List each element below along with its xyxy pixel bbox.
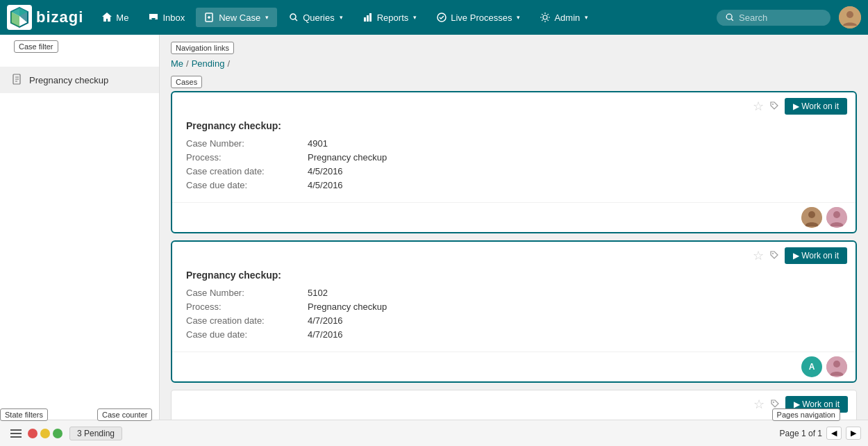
- svg-point-20: [833, 211, 840, 218]
- live-processes-caret: ▾: [517, 14, 520, 21]
- case-2-title: Pregnancy checkup:: [186, 270, 842, 281]
- case-1-body: Pregnancy checkup: Case Number: 4901 Pro…: [172, 117, 856, 202]
- case-filter-annotation: Case filter: [14, 40, 58, 53]
- nav-item-me[interactable]: Me: [93, 8, 137, 27]
- nav-item-queries[interactable]: Queries ▾: [280, 8, 351, 27]
- case-2-body: Pregnancy checkup: Case Number: 5102 Pro…: [172, 267, 856, 352]
- navigation-links-annotation: Navigation links: [171, 42, 234, 54]
- case-1-footer: [172, 202, 856, 232]
- svg-point-23: [833, 361, 840, 367]
- cases-container: ☆ ▶ Work on it Pregnancy checkup: Case N…: [171, 91, 857, 446]
- queries-icon: [288, 12, 299, 23]
- nav-item-reports[interactable]: Reports ▾: [354, 8, 426, 27]
- case-2-avatar-2[interactable]: [826, 356, 847, 377]
- case-1-work-on-it-button[interactable]: ▶ Work on it: [785, 98, 847, 115]
- queries-caret: ▾: [340, 14, 343, 21]
- case-2-number-row: Case Number: 5102: [186, 288, 842, 298]
- svg-point-6: [290, 14, 296, 19]
- svg-point-18: [808, 211, 815, 218]
- filter-green-button[interactable]: [53, 429, 62, 438]
- inbox-icon: [148, 12, 159, 23]
- reports-caret: ▾: [413, 14, 417, 21]
- case-1-star-icon[interactable]: ☆: [753, 99, 764, 114]
- svg-point-11: [543, 15, 547, 19]
- svg-rect-25: [10, 429, 22, 431]
- menu-icon-button[interactable]: [7, 424, 25, 443]
- filter-yellow-button[interactable]: [40, 429, 50, 438]
- case-card-2: ☆ ▶ Work on it Pregnancy checkup: Case N…: [171, 240, 857, 383]
- svg-point-12: [726, 14, 732, 19]
- case-1-avatar-1[interactable]: [801, 207, 822, 228]
- home-icon: [101, 12, 112, 23]
- case-1-process-row: Process: Pregnancy checkup: [186, 152, 842, 163]
- main-layout: Case filter Pregnancy checkup Navigation…: [0, 35, 868, 446]
- svg-rect-7: [364, 17, 366, 22]
- live-processes-icon: [436, 12, 447, 23]
- search-box[interactable]: [717, 10, 831, 26]
- case-counter[interactable]: 3 Pending: [69, 427, 122, 440]
- nav-item-live-processes[interactable]: Live Processes ▾: [428, 8, 528, 27]
- reports-icon: [362, 12, 374, 23]
- breadcrumb-me[interactable]: Me: [171, 58, 183, 69]
- new-case-caret: ▾: [265, 14, 269, 21]
- user-avatar-icon: [839, 6, 861, 28]
- case-1-number-row: Case Number: 4901: [186, 138, 842, 149]
- case-counter-annotation: Case counter: [97, 408, 152, 421]
- pages-navigation: Page 1 of 1 ◀ ▶: [780, 427, 861, 440]
- case-2-header: ☆ ▶ Work on it: [172, 242, 856, 267]
- svg-rect-26: [10, 433, 22, 434]
- page-info: Page 1 of 1: [780, 429, 822, 438]
- cases-annotation: Cases: [171, 76, 202, 88]
- admin-caret: ▾: [585, 14, 588, 21]
- file-icon: [11, 74, 24, 86]
- svg-rect-27: [10, 436, 22, 438]
- case-1-avatar-2[interactable]: [826, 207, 847, 228]
- case-1-tag-icon[interactable]: [769, 101, 779, 113]
- case-2-avatar-1[interactable]: A: [801, 356, 822, 377]
- next-page-button[interactable]: ▶: [846, 427, 861, 440]
- case-2-creation-row: Case creation date: 4/7/2016: [186, 315, 842, 326]
- logo[interactable]: bizagi: [7, 5, 83, 30]
- state-filters-annotation: State filters: [0, 408, 48, 421]
- search-input[interactable]: [739, 13, 822, 23]
- case-3-star-icon[interactable]: ☆: [753, 397, 765, 412]
- avatar-2-icon: [826, 207, 847, 228]
- avatar-3-icon: [826, 356, 847, 377]
- nav-item-admin[interactable]: Admin ▾: [531, 8, 596, 27]
- case-card-1: ☆ ▶ Work on it Pregnancy checkup: Case N…: [171, 91, 857, 233]
- case-1-creation-row: Case creation date: 4/5/2016: [186, 166, 842, 176]
- content-area: Navigation links Me / Pending / Cases ☆: [160, 35, 868, 446]
- case-2-work-on-it-button[interactable]: ▶ Work on it: [785, 247, 847, 264]
- state-filters: [7, 424, 62, 443]
- nav-item-new-case[interactable]: New Case ▾: [196, 8, 277, 27]
- case-2-tag-icon[interactable]: [769, 250, 779, 262]
- prev-page-button[interactable]: ◀: [826, 427, 842, 440]
- menu-icon: [10, 428, 22, 439]
- case-2-star-icon[interactable]: ☆: [753, 248, 764, 263]
- bottom-bar: State filters Case counter 3 Pending Pag…: [0, 420, 868, 446]
- case-2-process-row: Process: Pregnancy checkup: [186, 302, 842, 312]
- svg-point-14: [846, 11, 853, 18]
- svg-rect-8: [367, 15, 369, 22]
- logo-text: bizagi: [36, 8, 83, 26]
- case-2-footer: A: [172, 352, 856, 381]
- svg-point-21: [772, 253, 774, 254]
- svg-point-24: [773, 402, 774, 403]
- case-3-header: ☆ ▶ Work on it: [172, 390, 856, 415]
- nav-item-inbox[interactable]: Inbox: [140, 8, 193, 27]
- pages-navigation-annotation: Pages navigation: [772, 408, 840, 421]
- top-navigation: bizagi Me Inbox New Case ▾ Queries ▾ Rep…: [0, 0, 868, 35]
- svg-rect-9: [369, 13, 372, 22]
- breadcrumb: Me / Pending /: [171, 58, 857, 69]
- avatar[interactable]: [839, 6, 861, 28]
- avatar-1-icon: [801, 207, 822, 228]
- breadcrumb-pending[interactable]: Pending: [192, 58, 225, 69]
- sidebar: Case filter Pregnancy checkup: [0, 35, 160, 446]
- new-case-icon: [204, 12, 215, 23]
- case-1-due-row: Case due date: 4/5/2016: [186, 180, 842, 190]
- admin-icon: [540, 12, 551, 23]
- sidebar-item-pregnancy-checkup[interactable]: Pregnancy checkup: [0, 67, 159, 93]
- case-1-title: Pregnancy checkup:: [186, 120, 842, 131]
- filter-red-button[interactable]: [28, 429, 37, 438]
- svg-point-16: [772, 104, 774, 105]
